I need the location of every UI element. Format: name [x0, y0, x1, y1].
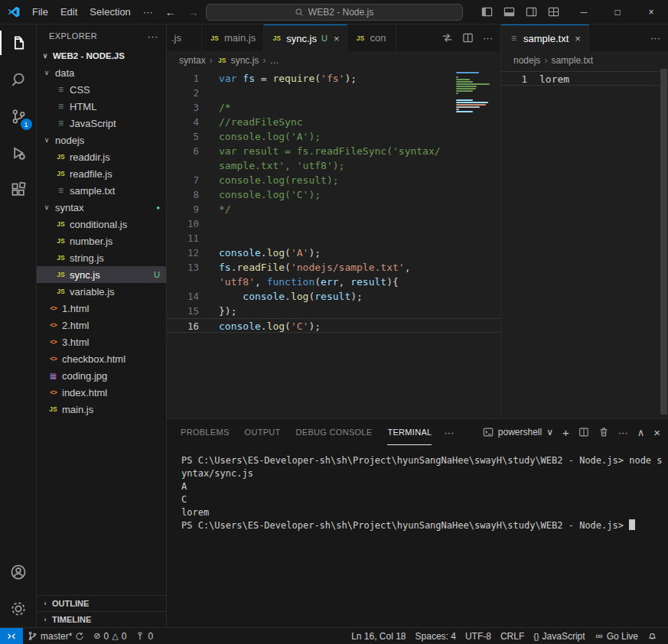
code-line[interactable]: 13fs.readFile('nodejs/sample.txt', — [167, 260, 500, 275]
encoding[interactable]: UTF-8 — [461, 628, 496, 644]
panel-tab-debug-console[interactable]: DEBUG CONSOLE — [296, 419, 373, 445]
panel-tab-problems[interactable]: PROBLEMS — [181, 419, 230, 445]
tree-item-readfile-js[interactable]: JSreadfile.js — [37, 165, 166, 182]
activity-settings[interactable] — [0, 590, 37, 627]
code-line[interactable]: 5console.log('A'); — [167, 129, 500, 144]
tree-item-3-html[interactable]: <>3.html — [37, 333, 166, 350]
menu-edit[interactable]: Edit — [54, 4, 83, 20]
new-terminal-icon[interactable]: + — [562, 426, 569, 439]
toggle-secondary-sidebar-icon[interactable] — [526, 6, 537, 18]
panel-tab-terminal[interactable]: TERMINAL — [387, 419, 432, 445]
panel-more-actions-icon[interactable]: ··· — [618, 427, 628, 438]
command-center-search[interactable]: WEB2 - Node.js — [206, 4, 463, 21]
code-editor-sample-txt[interactable]: 1lorem — [501, 69, 668, 418]
split-editor-icon[interactable] — [462, 32, 474, 44]
git-branch-status[interactable]: master* — [23, 628, 89, 644]
close-icon[interactable]: × — [334, 33, 340, 44]
breadcrumb-item-syntax[interactable]: syntax — [179, 55, 206, 66]
activity-account[interactable] — [0, 554, 37, 590]
activity-explorer[interactable] — [0, 24, 37, 61]
activity-source-control[interactable]: 1 — [0, 98, 37, 135]
panel-tab-output[interactable]: OUTPUT — [245, 419, 281, 445]
tab-con[interactable]: JScon — [347, 24, 396, 51]
kill-terminal-icon[interactable] — [598, 427, 609, 437]
tab-sync-js[interactable]: JSsync.jsU× — [264, 24, 347, 51]
tree-item-css[interactable]: ≡CSS — [37, 81, 166, 98]
activity-search[interactable] — [0, 61, 37, 98]
terminal-output[interactable]: PS C:\Users\ES-Developer-sh\sh\Project\h… — [167, 445, 668, 627]
tree-item-data[interactable]: ∨data — [37, 64, 166, 81]
tree-item-sample-txt[interactable]: ≡sample.txt — [37, 182, 166, 199]
tab-sample-txt[interactable]: ≡sample.txt× — [501, 24, 589, 51]
language-mode[interactable]: {} JavaScript — [529, 628, 589, 644]
menu-file[interactable]: File — [26, 4, 54, 20]
tree-item-string-js[interactable]: JSstring.js — [37, 249, 166, 266]
close-icon[interactable]: × — [575, 33, 581, 44]
breadcrumb-item-nodejs[interactable]: nodejs — [513, 55, 540, 66]
code-line[interactable]: 3/* — [167, 100, 500, 115]
code-line[interactable]: 15}); — [167, 304, 500, 318]
ports-status[interactable]: 0 — [131, 628, 158, 644]
code-line[interactable]: 8console.log('C'); — [167, 187, 500, 202]
tree-item-html[interactable]: ≡HTML — [37, 98, 166, 115]
tree-item-coding-jpg[interactable]: ▦coding.jpg — [37, 367, 166, 384]
tree-item-1-html[interactable]: <>1.html — [37, 300, 166, 317]
more-actions-icon[interactable]: ··· — [483, 32, 493, 44]
tree-item-2-html[interactable]: <>2.html — [37, 317, 166, 333]
code-line[interactable]: 2 — [167, 86, 500, 100]
indentation[interactable]: Spaces: 4 — [411, 628, 461, 644]
explorer-more-actions-icon[interactable]: ··· — [148, 31, 158, 42]
close-window-button[interactable]: × — [634, 0, 668, 24]
code-line[interactable]: 1var fs = require('fs'); — [167, 71, 500, 86]
eol-sequence[interactable]: CRLF — [496, 628, 529, 644]
code-line[interactable]: 6var result = fs.readFileSync('syntax/ — [167, 144, 500, 158]
code-line[interactable]: 16console.log('C'); — [167, 318, 500, 333]
back-arrow-icon[interactable]: ← — [159, 6, 182, 18]
code-editor-sync-js[interactable]: 1var fs = require('fs');23/*4//readFileS… — [167, 69, 500, 418]
problems-status[interactable]: ⊘ 0 △ 0 — [89, 628, 131, 644]
forward-arrow-icon[interactable]: → — [182, 6, 205, 18]
scrollbar[interactable] — [660, 69, 667, 415]
shell-selector[interactable]: powershell ∨ — [483, 427, 553, 437]
tab-js[interactable]: .js — [167, 24, 202, 51]
breadcrumb-item-[interactable]: … — [269, 55, 279, 66]
breadcrumb-item-sample-txt[interactable]: sample.txt — [551, 55, 593, 66]
tree-item-index-html[interactable]: <>index.html — [37, 384, 166, 401]
toggle-panel-icon[interactable] — [503, 6, 515, 18]
tree-item-variable-js[interactable]: JSvariable.js — [37, 283, 166, 300]
split-terminal-icon[interactable] — [578, 427, 589, 437]
tree-item-main-js[interactable]: JSmain.js — [37, 401, 166, 418]
breadcrumb-item-sync-js[interactable]: JSsync.js — [217, 55, 259, 66]
tree-item-checkbox-html[interactable]: <>checkbox.html — [37, 350, 166, 367]
more-actions-icon[interactable]: ··· — [650, 32, 660, 44]
minimap[interactable] — [456, 72, 491, 113]
open-changes-icon[interactable] — [442, 32, 453, 44]
tree-item-nodejs[interactable]: ∨nodejs — [37, 132, 166, 148]
code-line[interactable]: 10 — [167, 216, 500, 231]
customize-layout-icon[interactable] — [548, 6, 559, 18]
tree-item-conditional-js[interactable]: JSconditional.js — [37, 216, 166, 233]
close-panel-icon[interactable]: × — [653, 426, 660, 439]
workspace-root-folder[interactable]: ∨ WEB2 - NODE.JS — [37, 47, 166, 64]
code-line[interactable]: 7console.log(result); — [167, 173, 500, 187]
tree-item-syntax[interactable]: ∨syntax● — [37, 199, 166, 216]
code-line[interactable]: 9*/ — [167, 202, 500, 216]
menu-more[interactable]: ··· — [137, 4, 159, 20]
maximize-panel-icon[interactable]: ∧ — [637, 427, 645, 438]
go-live-button[interactable]: Go Live — [590, 628, 643, 644]
code-line[interactable]: 11 — [167, 231, 500, 246]
activity-extensions[interactable] — [0, 171, 37, 208]
code-line[interactable]: 4//readFileSync — [167, 115, 500, 129]
code-line[interactable]: 'utf8', function(err, result){ — [167, 275, 500, 289]
tree-item-readdir-js[interactable]: JSreaddir.js — [37, 148, 166, 165]
tree-item-number-js[interactable]: JSnumber.js — [37, 233, 166, 249]
tree-item-javascript[interactable]: ≡JavaScript — [37, 115, 166, 132]
toggle-primary-sidebar-icon[interactable] — [481, 6, 493, 18]
cursor-position[interactable]: Ln 16, Col 18 — [347, 628, 410, 644]
minimize-button[interactable]: ─ — [567, 0, 601, 24]
outline-section[interactable]: › OUTLINE — [37, 595, 166, 611]
timeline-section[interactable]: › TIMELINE — [37, 611, 166, 627]
tab-main-js[interactable]: JSmain.js — [202, 24, 264, 51]
code-line[interactable]: sample.txt', 'utf8'); — [167, 158, 500, 173]
code-line[interactable]: 14 console.log(result); — [167, 289, 500, 304]
